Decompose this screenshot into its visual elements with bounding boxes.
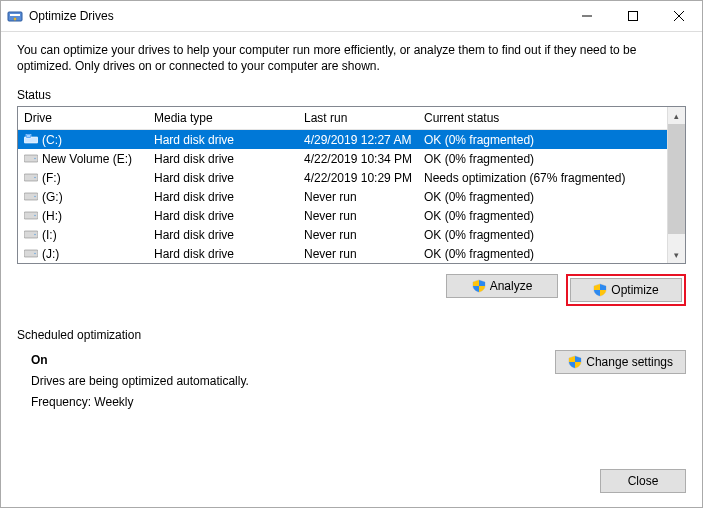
current-status: Needs optimization (67% fragmented) [418,171,667,185]
table-row[interactable]: New Volume (E:)Hard disk drive4/22/2019 … [18,149,667,168]
media-type: Hard disk drive [148,152,298,166]
svg-point-15 [34,196,36,198]
drive-name: (G:) [42,190,63,204]
last-run: 4/22/2019 10:29 PM [298,171,418,185]
current-status: OK (0% fragmented) [418,228,667,242]
table-row[interactable]: (F:)Hard disk drive4/22/2019 10:29 PMNee… [18,168,667,187]
last-run: Never run [298,209,418,223]
last-run: Never run [298,190,418,204]
svg-rect-20 [24,250,38,257]
drive-name: New Volume (E:) [42,152,132,166]
drive-icon [24,171,38,185]
media-type: Hard disk drive [148,247,298,261]
titlebar: Optimize Drives [1,1,702,32]
scrollbar[interactable]: ▴ ▾ [667,107,685,263]
maximize-button[interactable] [610,1,656,31]
shield-icon [593,283,607,297]
optimize-drives-window: Optimize Drives You can optimize your dr… [0,0,703,508]
scroll-up-button[interactable]: ▴ [668,107,685,124]
svg-point-21 [34,253,36,255]
svg-point-13 [34,177,36,179]
table-row[interactable]: (H:)Hard disk driveNever runOK (0% fragm… [18,206,667,225]
svg-point-11 [34,158,36,160]
last-run: 4/29/2019 12:27 AM [298,133,418,147]
table-row[interactable]: (C:)Hard disk drive4/29/2019 12:27 AMOK … [18,130,667,149]
drive-name: (H:) [42,209,62,223]
close-button[interactable]: Close [600,469,686,493]
optimize-highlight: Optimize [566,274,686,306]
media-type: Hard disk drive [148,171,298,185]
svg-point-19 [34,234,36,236]
app-icon [7,8,23,24]
media-type: Hard disk drive [148,228,298,242]
column-media[interactable]: Media type [148,111,298,125]
shield-icon [472,279,486,293]
optimize-button[interactable]: Optimize [570,278,682,302]
analyze-button-label: Analyze [490,279,533,293]
drive-icon [24,247,38,261]
scroll-down-button[interactable]: ▾ [668,246,685,263]
window-title: Optimize Drives [29,9,114,23]
svg-rect-10 [24,155,38,162]
media-type: Hard disk drive [148,133,298,147]
close-button-label: Close [628,474,659,488]
current-status: OK (0% fragmented) [418,190,667,204]
shield-icon [568,355,582,369]
status-label: Status [17,88,686,102]
svg-rect-18 [24,231,38,238]
media-type: Hard disk drive [148,209,298,223]
optimize-button-label: Optimize [611,283,658,297]
current-status: OK (0% fragmented) [418,152,667,166]
svg-rect-14 [24,193,38,200]
scheduled-state: On [31,350,249,371]
current-status: OK (0% fragmented) [418,209,667,223]
svg-rect-1 [10,14,20,16]
media-type: Hard disk drive [148,190,298,204]
drive-name: (J:) [42,247,59,261]
drive-name: (F:) [42,171,61,185]
drive-icon [24,133,38,147]
drive-name: (I:) [42,228,57,242]
drive-icon [24,152,38,166]
drive-icon [24,209,38,223]
scheduled-desc: Drives are being optimized automatically… [31,371,249,392]
table-row[interactable]: (I:)Hard disk driveNever runOK (0% fragm… [18,225,667,244]
scheduled-label: Scheduled optimization [17,328,686,342]
current-status: OK (0% fragmented) [418,247,667,261]
drive-icon [24,190,38,204]
table-row[interactable]: (J:)Hard disk driveNever runOK (0% fragm… [18,244,667,263]
drive-list: Drive Media type Last run Current status… [17,106,686,264]
description-text: You can optimize your drives to help you… [17,42,686,74]
list-header: Drive Media type Last run Current status [18,107,667,130]
change-settings-button[interactable]: Change settings [555,350,686,374]
change-settings-label: Change settings [586,355,673,369]
svg-rect-12 [24,174,38,181]
close-window-button[interactable] [656,1,702,31]
column-drive[interactable]: Drive [18,111,148,125]
current-status: OK (0% fragmented) [418,133,667,147]
svg-rect-16 [24,212,38,219]
last-run: Never run [298,228,418,242]
scroll-thumb[interactable] [668,124,685,234]
svg-point-2 [14,18,16,20]
drive-icon [24,228,38,242]
scheduled-frequency: Frequency: Weekly [31,392,249,413]
column-last[interactable]: Last run [298,111,418,125]
last-run: Never run [298,247,418,261]
minimize-button[interactable] [564,1,610,31]
last-run: 4/22/2019 10:34 PM [298,152,418,166]
svg-rect-9 [27,135,30,137]
table-row[interactable]: (G:)Hard disk driveNever runOK (0% fragm… [18,187,667,206]
analyze-button[interactable]: Analyze [446,274,558,298]
column-status[interactable]: Current status [418,111,667,125]
svg-rect-4 [629,12,638,21]
drive-name: (C:) [42,133,62,147]
svg-point-17 [34,215,36,217]
